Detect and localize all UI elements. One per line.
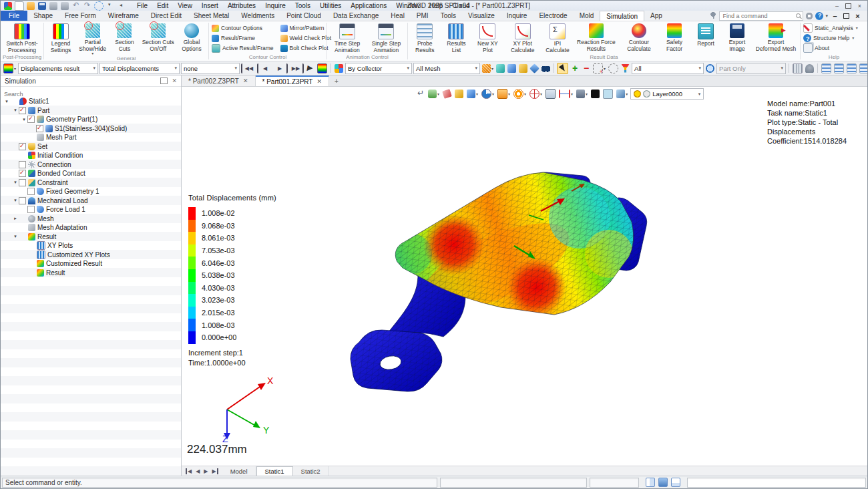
sheet-tab[interactable]: Model [222,466,256,476]
output-panel-icon[interactable] [658,478,668,487]
qat-customize-button[interactable] [105,1,115,10]
report-button[interactable]: Report [690,22,721,47]
measure-icon[interactable] [792,63,803,74]
time-step-animation-button[interactable]: Time Step Animation [329,22,366,53]
first-frame-button[interactable]: ◀◀ [241,63,256,73]
result-legend-icon[interactable]: ▾ [3,63,17,74]
result-component-combo[interactable]: Total Displacements▾ [99,63,180,74]
tab-close-icon[interactable]: ✕ [316,78,322,85]
ribbon-tab[interactable]: Tools [435,11,462,21]
align-list-icon-2[interactable] [833,63,845,74]
previous-sheet-button[interactable]: ◀ [195,468,200,474]
undo-button[interactable] [71,1,81,10]
shaded-display-icon[interactable] [495,63,505,73]
tree-item[interactable]: Fixed Geometry 1 [1,187,181,196]
last-frame-button[interactable]: ▶▶ [289,63,304,73]
save-button[interactable] [37,1,47,10]
dropdown-caret-icon[interactable]: ▾ [856,23,858,33]
ribbon-tab[interactable]: Direct Edit [145,11,188,21]
help-icon[interactable] [815,12,823,20]
ribbon-tab[interactable]: Weldments [235,11,280,21]
tree-item[interactable]: Mesh Part [1,133,181,142]
layer-combo[interactable]: Layer0000 ▾ [630,88,704,100]
tree-checkbox[interactable] [27,116,35,123]
tree-checkbox[interactable] [27,188,35,195]
menu-item[interactable]: Utilities [316,1,345,11]
sheet-tab[interactable]: Static1 [256,466,293,476]
history-icon[interactable] [705,63,715,73]
isometric-view-icon[interactable] [529,63,539,73]
constraint-display-icon[interactable]: ▾ [558,89,574,99]
manager-panel-icon[interactable] [646,478,655,487]
section-cuts-button[interactable]: Section Cuts [109,22,140,52]
background-blue-swatch[interactable] [602,88,614,100]
quick-view-icon[interactable] [454,89,464,99]
tree-item[interactable]: Result [1,232,181,242]
layer-visible-icon[interactable] [634,90,641,98]
tree-expander-icon[interactable] [21,117,27,122]
solid-display-icon[interactable] [507,63,517,73]
tree-expander-icon[interactable] [12,234,19,239]
mdi-minimize-button[interactable]: – [832,2,842,10]
app-logo-icon[interactable] [3,1,13,10]
menu-item[interactable]: Applications [347,1,391,11]
remove-selection-icon[interactable] [581,63,591,73]
tree-expander-icon[interactable] [12,180,19,185]
zoom-window-icon[interactable] [545,88,556,100]
pin-icon[interactable] [709,12,717,20]
menu-item[interactable]: File [133,1,152,11]
tree-item[interactable]: XY Plots [1,241,181,251]
redo-button[interactable] [83,1,92,10]
tree-checkbox[interactable] [19,197,26,204]
display-state-icon[interactable] [334,63,344,73]
tree-item[interactable]: Static1 [1,97,181,106]
section-view-icon[interactable]: ▾ [513,88,527,100]
wireframe-display-icon[interactable] [518,63,528,73]
tree-item[interactable]: S1(Stainless-304)(Solid) [1,124,181,134]
tree-checkbox[interactable] [27,206,35,213]
tree-expander-icon[interactable] [12,216,19,221]
tree-item[interactable]: Customized Result [1,259,181,269]
selection-filter-button[interactable] [94,1,103,10]
tree-item[interactable]: Mesh [1,214,181,224]
ribbon-tab[interactable]: Shape [27,11,59,21]
reaction-force-results-button[interactable]: Reaction Force Results [574,22,619,52]
batch-print-button[interactable] [60,1,69,10]
mirror-pattern-button[interactable]: Mirror/Pattern [279,23,333,33]
legend-toggle-icon[interactable] [316,63,328,74]
input-panel-icon[interactable] [671,478,680,487]
layer-hidden-icon[interactable] [643,90,650,98]
active-result-frame-button[interactable]: Active Result/Frame [210,43,275,53]
tree-expander-icon[interactable] [3,99,10,104]
align-list-icon-3[interactable] [846,63,857,74]
open-file-button[interactable] [26,1,35,10]
ribbon-tab[interactable]: Electrode [533,11,573,21]
sheet-tab[interactable]: Static2 [293,466,329,476]
menu-item[interactable]: Inquire [261,1,290,11]
ribbon-tab[interactable]: Heal [385,11,411,21]
probe-results-button[interactable]: Probe Results [409,22,440,53]
ribbon-tab[interactable]: Data Exchange [327,11,385,21]
bolt-check-plot-button[interactable]: Bolt Check Plot [279,43,333,53]
tree-checkbox[interactable] [19,107,26,114]
ribbon-tab[interactable]: Free Form [59,11,102,21]
tree-item[interactable]: Mesh Adaptation [1,223,181,232]
ribbon-tab[interactable]: Simulation [600,11,644,21]
pan-hand-icon[interactable]: ▾ [427,89,440,99]
tree-expander-icon[interactable] [12,198,19,203]
exit-environment-icon[interactable] [415,89,425,99]
ribbon-tab[interactable]: App [644,11,668,21]
mdi-close-button[interactable]: × [855,2,865,10]
mesh-scope-combo[interactable]: All Mesh▾ [413,63,480,74]
contour-calculate-button[interactable]: Contour Calculate [620,22,658,52]
dropdown-caret-icon[interactable]: ▾ [852,33,854,43]
safety-factor-button[interactable]: Safety Factor [659,22,690,52]
results-list-button[interactable]: Results List [441,22,471,53]
ribbon-tab[interactable]: File [1,11,27,21]
last-sheet-button[interactable]: ▶ [211,468,218,474]
color-by-combo[interactable]: By Collector▾ [345,63,412,74]
tree-item[interactable]: Constraint [1,178,181,188]
align-list-icon-1[interactable] [821,63,832,74]
background-black-swatch[interactable] [590,89,600,99]
result-set-combo[interactable]: Displacements result▾ [18,63,98,74]
